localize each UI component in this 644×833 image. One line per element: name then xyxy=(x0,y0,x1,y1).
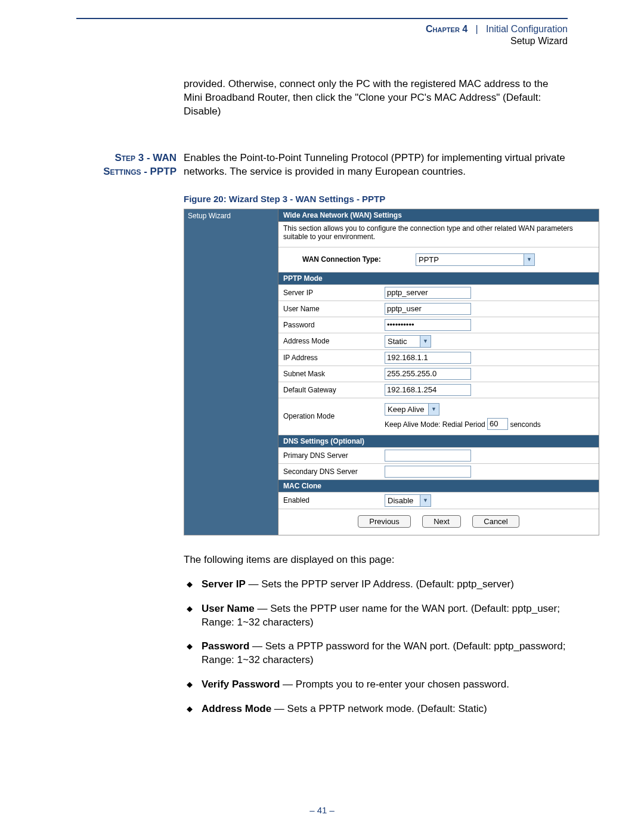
secondary-dns-input[interactable] xyxy=(385,466,471,478)
figure-caption: Figure 20: Wizard Step 3 - WAN Settings … xyxy=(184,194,568,204)
page-header: Chapter 4 | Initial Configuration Setup … xyxy=(426,24,568,47)
previous-button[interactable]: Previous xyxy=(358,515,411,528)
operation-mode-select[interactable]: Keep Alive ▼ xyxy=(385,403,439,416)
wizard-screenshot: Setup Wizard Wide Area Network (WAN) Set… xyxy=(184,209,599,535)
section-heading-line2: Settings - PPTP xyxy=(103,166,177,177)
chapter-sep: | xyxy=(470,24,484,34)
subnet-mask-input[interactable] xyxy=(385,368,471,380)
section-heading: Step 3 - WAN Settings - PPTP xyxy=(76,151,184,179)
items-intro: The following items are displayed on thi… xyxy=(184,553,568,567)
secondary-dns-label: Secondary DNS Server xyxy=(283,467,385,476)
header-sub: Setup Wizard xyxy=(426,36,568,47)
list-item: Address Mode — Sets a PPTP network mode.… xyxy=(184,702,568,716)
address-mode-select[interactable]: Static ▼ xyxy=(385,335,431,348)
chevron-down-icon: ▼ xyxy=(420,336,431,347)
mac-enabled-value: Disable xyxy=(385,496,420,505)
dns-settings-header: DNS Settings (Optional) xyxy=(278,435,599,448)
wan-settings-title: Wide Area Network (WAN) Settings xyxy=(278,209,599,222)
user-name-input[interactable] xyxy=(385,303,471,315)
password-label: Password xyxy=(283,321,385,329)
intro-paragraph: provided. Otherwise, connect only the PC… xyxy=(184,78,568,119)
item-term: Server IP xyxy=(202,578,246,590)
mac-clone-header: MAC Clone xyxy=(278,480,599,493)
chevron-down-icon: ▼ xyxy=(428,404,439,415)
operation-mode-value: Keep Alive xyxy=(385,405,428,414)
mac-enabled-select[interactable]: Disable ▼ xyxy=(385,494,431,507)
page-number: – 41 – xyxy=(0,805,644,815)
item-term: User Name xyxy=(202,603,255,614)
chevron-down-icon: ▼ xyxy=(420,495,431,506)
default-gateway-label: Default Gateway xyxy=(283,386,385,394)
wan-connection-type-value: PPTP xyxy=(416,255,524,264)
list-item: User Name — Sets the PPTP user name for … xyxy=(184,602,568,630)
section-heading-line1: Step 3 - WAN xyxy=(114,152,177,163)
item-desc: — Sets a PPTP password for the WAN port.… xyxy=(202,640,565,665)
user-name-label: User Name xyxy=(283,305,385,313)
password-input[interactable] xyxy=(385,319,471,331)
pptp-mode-header: PPTP Mode xyxy=(278,272,599,285)
list-item: Password — Sets a PPTP password for the … xyxy=(184,640,568,667)
next-button[interactable]: Next xyxy=(422,515,461,528)
mac-enabled-label: Enabled xyxy=(283,496,385,504)
chapter-label: Chapter 4 xyxy=(426,24,467,34)
wan-settings-description: This section allows you to configure the… xyxy=(278,222,599,247)
cancel-button[interactable]: Cancel xyxy=(472,515,519,528)
default-gateway-input[interactable] xyxy=(385,384,471,396)
item-term: Password xyxy=(202,640,249,652)
redial-period-text2: senconds xyxy=(508,420,541,428)
server-ip-label: Server IP xyxy=(283,289,385,297)
chapter-title: Initial Configuration xyxy=(486,24,568,34)
top-rule xyxy=(76,18,568,19)
item-desc: — Sets the PPTP user name for the WAN po… xyxy=(202,603,560,628)
list-item: Verify Password — Prompts you to re-ente… xyxy=(184,678,568,692)
subnet-mask-label: Subnet Mask xyxy=(283,370,385,378)
wizard-sidebar: Setup Wizard xyxy=(184,209,278,535)
wan-connection-type-select[interactable]: PPTP ▼ xyxy=(416,253,535,266)
address-mode-value: Static xyxy=(385,337,420,346)
ip-address-label: IP Address xyxy=(283,354,385,362)
item-term: Address Mode xyxy=(202,703,271,714)
primary-dns-label: Primary DNS Server xyxy=(283,451,385,460)
chevron-down-icon: ▼ xyxy=(524,254,534,265)
section-body: Enables the Point-to-Point Tunneling Pro… xyxy=(184,151,568,179)
operation-mode-label: Operation Mode xyxy=(283,412,385,420)
sidebar-item-setup-wizard[interactable]: Setup Wizard xyxy=(188,212,231,220)
item-desc: — Sets a PPTP network mode. (Default: St… xyxy=(271,703,487,714)
server-ip-input[interactable] xyxy=(385,287,471,299)
wan-connection-type-label: WAN Connection Type: xyxy=(302,255,416,264)
item-list: Server IP — Sets the PPTP server IP Addr… xyxy=(184,578,568,717)
address-mode-label: Address Mode xyxy=(283,337,385,345)
redial-period-input[interactable] xyxy=(487,418,508,430)
item-desc: — Prompts you to re-enter your chosen pa… xyxy=(280,679,509,690)
item-term: Verify Password xyxy=(202,679,280,690)
ip-address-input[interactable] xyxy=(385,352,471,364)
primary-dns-input[interactable] xyxy=(385,450,471,462)
item-desc: — Sets the PPTP server IP Address. (Defa… xyxy=(246,578,514,590)
redial-period-text1: Keep Alive Mode: Redial Period xyxy=(385,420,487,428)
list-item: Server IP — Sets the PPTP server IP Addr… xyxy=(184,578,568,592)
